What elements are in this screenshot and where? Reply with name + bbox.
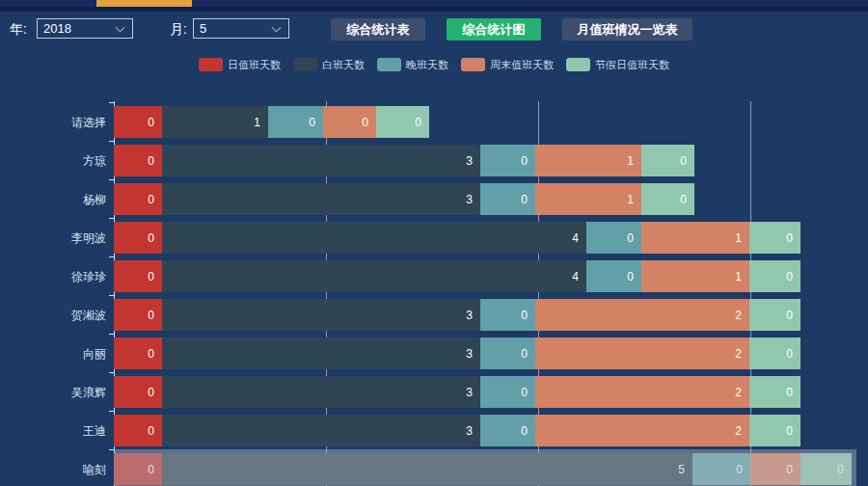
bar-segment[interactable]: 0 xyxy=(114,183,162,215)
bar-segment[interactable]: 3 xyxy=(162,299,480,331)
bar-segment[interactable]: 3 xyxy=(162,183,480,215)
bar-segment[interactable]: 0 xyxy=(480,415,535,446)
bar-value-label: 0 xyxy=(627,231,641,245)
category-label: 贺湘波 xyxy=(0,308,106,324)
y-axis-tick xyxy=(109,372,114,373)
bar-segment[interactable]: 0 xyxy=(749,338,800,369)
bar-segment[interactable]: 0 xyxy=(114,376,162,408)
category-label: 徐珍珍 xyxy=(0,269,106,285)
y-axis-tick xyxy=(109,102,114,103)
bar-segment[interactable]: 0 xyxy=(114,106,162,138)
bar-segment[interactable]: 3 xyxy=(162,376,480,408)
bar-segment[interactable]: 3 xyxy=(162,415,480,446)
y-axis-tick xyxy=(109,411,114,412)
bar-value-label: 0 xyxy=(786,347,800,361)
bar-segment[interactable]: 1 xyxy=(535,145,641,176)
bar-row: 03010 xyxy=(114,145,694,176)
bar-row: 03020 xyxy=(114,338,800,369)
y-axis-tick xyxy=(109,449,114,450)
bar-value-label: 0 xyxy=(521,309,535,322)
bar-value-label: 0 xyxy=(148,116,162,129)
bar-segment[interactable]: 2 xyxy=(535,376,749,408)
category-label: 请选择 xyxy=(0,115,106,131)
bar-segment[interactable]: 0 xyxy=(480,376,535,408)
bar-value-label: 3 xyxy=(466,424,480,438)
bar-value-label: 0 xyxy=(786,231,800,245)
bar-segment[interactable]: 0 xyxy=(641,183,694,215)
bar-value-label: 0 xyxy=(362,116,376,129)
bar-value-label: 3 xyxy=(466,193,480,206)
bar-segment[interactable]: 3 xyxy=(162,338,480,369)
bar-segment[interactable]: 0 xyxy=(114,260,162,292)
category-label: 李明波 xyxy=(0,230,106,247)
category-label: 吴浪辉 xyxy=(0,385,106,401)
bar-value-label: 0 xyxy=(148,231,162,245)
bar-row: 04010 xyxy=(114,260,800,292)
bar-value-label: 0 xyxy=(786,463,800,476)
bar-value-label: 0 xyxy=(148,309,162,322)
bar-value-label: 0 xyxy=(148,193,162,206)
bar-segment[interactable]: 0 xyxy=(692,453,750,485)
bar-segment[interactable]: 0 xyxy=(268,106,323,138)
bar-segment[interactable]: 1 xyxy=(162,106,268,138)
bar-segment[interactable]: 0 xyxy=(480,338,535,369)
bar-segment[interactable]: 0 xyxy=(114,299,162,331)
bar-segment[interactable]: 0 xyxy=(480,145,535,176)
bar-row: 04010 xyxy=(114,222,800,254)
bar-segment[interactable]: 4 xyxy=(162,260,586,292)
bar-row: 03010 xyxy=(114,183,694,215)
bar-segment[interactable]: 1 xyxy=(535,183,641,215)
bar-segment[interactable]: 4 xyxy=(162,222,586,254)
bar-segment[interactable]: 5 xyxy=(162,453,692,485)
y-axis-tick xyxy=(109,218,114,219)
bar-segment[interactable]: 0 xyxy=(480,299,535,331)
bar-segment[interactable]: 0 xyxy=(586,222,641,254)
bar-value-label: 0 xyxy=(148,386,162,399)
y-axis-tick xyxy=(109,334,114,335)
bar-segment[interactable]: 0 xyxy=(641,145,694,176)
bar-row: 03020 xyxy=(114,415,800,446)
bar-segment[interactable]: 2 xyxy=(535,338,749,369)
bar-segment[interactable]: 0 xyxy=(114,453,162,485)
bar-value-label: 3 xyxy=(466,309,480,322)
bar-segment[interactable]: 1 xyxy=(641,260,749,292)
bar-value-label: 0 xyxy=(148,424,162,438)
bar-segment[interactable]: 0 xyxy=(750,453,800,485)
bar-row: 03020 xyxy=(114,299,800,331)
bar-segment[interactable]: 0 xyxy=(114,415,162,446)
bar-segment[interactable]: 0 xyxy=(749,299,800,331)
bar-segment[interactable]: 0 xyxy=(586,260,641,292)
bar-value-label: 0 xyxy=(786,424,800,438)
bar-segment[interactable]: 0 xyxy=(749,260,800,292)
y-axis-tick xyxy=(109,256,114,257)
bar-segment[interactable]: 0 xyxy=(800,453,852,485)
bar-value-label: 1 xyxy=(735,231,749,245)
bar-value-label: 0 xyxy=(786,386,800,399)
bar-segment[interactable]: 0 xyxy=(114,338,162,369)
bar-segment[interactable]: 3 xyxy=(162,145,480,176)
bar-value-label: 1 xyxy=(627,193,641,206)
bar-value-label: 0 xyxy=(521,347,535,361)
bar-value-label: 1 xyxy=(254,116,268,129)
bar-segment[interactable]: 0 xyxy=(114,222,162,254)
bar-segment[interactable]: 0 xyxy=(749,415,800,446)
y-axis-tick xyxy=(109,295,114,296)
bar-value-label: 1 xyxy=(627,154,641,168)
bar-value-label: 0 xyxy=(786,270,800,284)
bar-segment[interactable]: 2 xyxy=(535,415,749,446)
bar-value-label: 0 xyxy=(148,463,162,476)
bar-segment[interactable]: 0 xyxy=(376,106,429,138)
bar-segment[interactable]: 0 xyxy=(480,183,535,215)
bar-value-label: 1 xyxy=(735,270,749,284)
plot-area: 请选择01000方琼03010杨柳03010李明波04010徐珍珍04010贺湘… xyxy=(0,0,868,486)
bar-segment[interactable]: 0 xyxy=(749,376,800,408)
bar-value-label: 0 xyxy=(680,154,694,168)
bar-value-label: 0 xyxy=(521,193,535,206)
bar-segment[interactable]: 0 xyxy=(114,145,162,176)
bar-segment[interactable]: 0 xyxy=(749,222,800,254)
bar-row: 03020 xyxy=(114,376,800,408)
bar-value-label: 0 xyxy=(627,270,641,284)
bar-segment[interactable]: 2 xyxy=(535,299,749,331)
bar-segment[interactable]: 0 xyxy=(323,106,376,138)
bar-segment[interactable]: 1 xyxy=(641,222,749,254)
